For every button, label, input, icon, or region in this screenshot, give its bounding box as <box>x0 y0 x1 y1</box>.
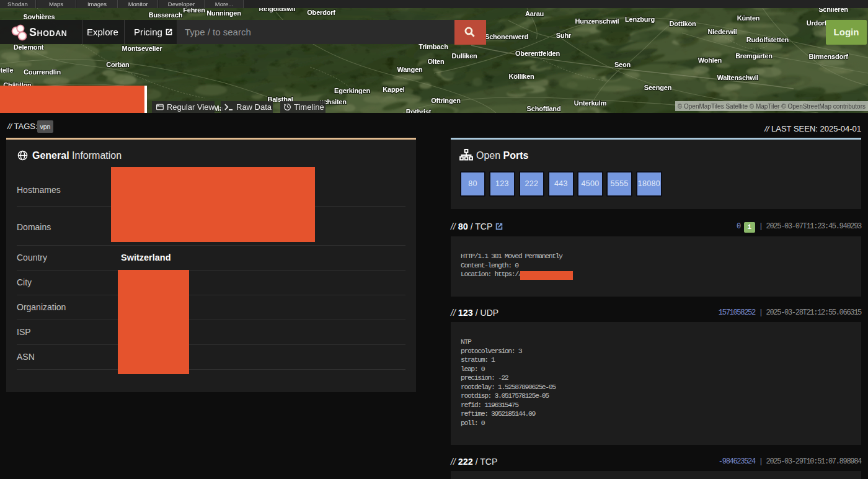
svg-text:Corban: Corban <box>106 61 130 68</box>
svg-text:Reigoldswil: Reigoldswil <box>259 8 296 12</box>
svg-text:Niederwil: Niederwil <box>707 28 737 35</box>
svg-text:Nunningen: Nunningen <box>206 9 241 17</box>
svg-text:Schonenwerd: Schonenwerd <box>485 33 528 40</box>
svg-text:Rothrist: Rothrist <box>406 108 432 113</box>
svg-text:Courrendlin: Courrendlin <box>24 68 61 76</box>
svg-text:Olten: Olten <box>427 58 445 65</box>
svg-text:Delemont: Delemont <box>14 43 44 51</box>
svg-text:Busserach: Busserach <box>149 11 183 19</box>
svg-text:Urdorf: Urdorf <box>807 19 827 27</box>
svg-text:Suhr: Suhr <box>556 32 572 39</box>
svg-text:Wangen: Wangen <box>397 66 423 73</box>
svg-text:Oberentfelden: Oberentfelden <box>515 50 560 57</box>
svg-text:Bremgarten: Bremgarten <box>735 52 773 60</box>
svg-text:Fehren: Fehren <box>183 8 205 14</box>
svg-text:Lenzburg: Lenzburg <box>625 16 655 23</box>
svg-text:Seengen: Seengen <box>644 84 672 91</box>
svg-text:Montsevelier: Montsevelier <box>122 45 163 52</box>
svg-text:Wohlen: Wohlen <box>698 56 722 64</box>
svg-text:Rudolfstetten: Rudolfstetten <box>746 36 789 43</box>
svg-text:Dottikon: Dottikon <box>669 20 696 27</box>
svg-text:Kappel: Kappel <box>383 86 405 93</box>
svg-text:Unterkulm: Unterkulm <box>574 99 607 107</box>
svg-text:Aarau: Aarau <box>525 10 544 17</box>
svg-text:Hunzenschwil: Hunzenschwil <box>575 17 619 25</box>
svg-text:Oberdorf: Oberdorf <box>307 9 335 16</box>
svg-text:© OpenMapTiles Satellite © Map: © OpenMapTiles Satellite © MapTiler © Op… <box>678 103 866 110</box>
svg-text:Egerkingen: Egerkingen <box>334 87 370 94</box>
svg-text:ételle: ételle <box>0 66 14 74</box>
svg-text:Oftringen: Oftringen <box>431 97 461 104</box>
svg-text:Dulliken: Dulliken <box>451 52 477 60</box>
svg-text:Seon: Seon <box>614 61 631 68</box>
svg-text:Waltenschwil: Waltenschwil <box>717 74 759 81</box>
svg-text:Künten: Künten <box>737 14 760 22</box>
svg-text:Birmensdorf: Birmensdorf <box>808 53 848 60</box>
svg-text:Schlieren: Schlieren <box>818 8 848 13</box>
svg-text:Kölliken: Kölliken <box>508 73 534 80</box>
svg-text:Schoftland: Schoftland <box>527 105 561 112</box>
